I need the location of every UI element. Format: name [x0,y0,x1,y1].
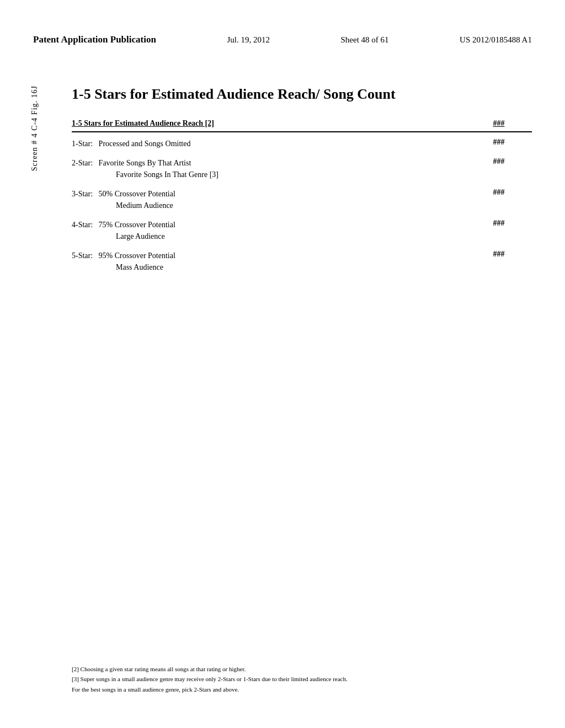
row-2-star-label: 2-Star: Favorite Songs By That Artist Fa… [72,157,466,180]
footnotes-section: [2] Choosing a given star rating means a… [72,665,532,695]
table-col1-header: 1-5 Stars for Estimated Audience Reach [… [72,119,466,128]
table-row: 2-Star: Favorite Songs By That Artist Fa… [72,157,532,180]
screen-label: Screen # 4 C-4 Fig. 16J [30,85,39,171]
header: Patent Application Publication Jul. 19, … [0,33,565,46]
row-4-star-label: 4-Star: 75% Crossover Potential Large Au… [72,219,466,242]
row-4-star-line1: 4-Star: 75% Crossover Potential [72,221,175,229]
footnote-2: [2] Choosing a given star rating means a… [72,665,532,674]
footnote-3b: For the best songs in a small audience g… [72,685,532,694]
table-row: 3-Star: 50% Crossover Potential Medium A… [72,188,532,211]
row-3-star-line1: 3-Star: 50% Crossover Potential [72,190,175,198]
page: Patent Application Publication Jul. 19, … [0,0,565,728]
table-row: 5-Star: 95% Crossover Potential Mass Aud… [72,250,532,273]
row-3-star-line2: Medium Audience [116,200,466,211]
sheet-number: Sheet 48 of 61 [341,33,389,45]
row-2-star-line2: Favorite Songs In That Genre [3] [116,169,466,180]
row-1-star-label: 1-Star: Processed and Songs Omitted [72,138,466,149]
footnote-3: [3] Super songs in a small audience genr… [72,675,532,684]
row-2-star-line1: 2-Star: Favorite Songs By That Artist [72,159,191,167]
patent-number: US 2012/0185488 A1 [460,33,532,45]
row-5-star-label: 5-Star: 95% Crossover Potential Mass Aud… [72,250,466,273]
main-content: 1-5 Stars for Estimated Audience Reach/ … [72,85,532,684]
publication-label: Patent Application Publication [33,33,156,46]
table-col2-header: ### [466,119,532,128]
table-row: 1-Star: Processed and Songs Omitted ### [72,138,532,149]
table-section: 1-5 Stars for Estimated Audience Reach [… [72,119,532,273]
table-row: 4-Star: 75% Crossover Potential Large Au… [72,219,532,242]
row-1-star: 1-Star: Processed and Songs Omitted [72,140,190,148]
row-1-value: ### [466,138,532,147]
row-3-value: ### [466,188,532,197]
row-3-star-label: 3-Star: 50% Crossover Potential Medium A… [72,188,466,211]
page-title: 1-5 Stars for Estimated Audience Reach/ … [72,85,532,103]
row-5-value: ### [466,250,532,259]
table-header: 1-5 Stars for Estimated Audience Reach [… [72,119,532,132]
row-5-star-line2: Mass Audience [116,261,466,273]
row-5-star-line1: 5-Star: 95% Crossover Potential [72,251,175,260]
row-2-value: ### [466,157,532,166]
publication-date: Jul. 19, 2012 [227,33,270,45]
row-4-star-line2: Large Audience [116,231,466,242]
row-4-value: ### [466,219,532,228]
